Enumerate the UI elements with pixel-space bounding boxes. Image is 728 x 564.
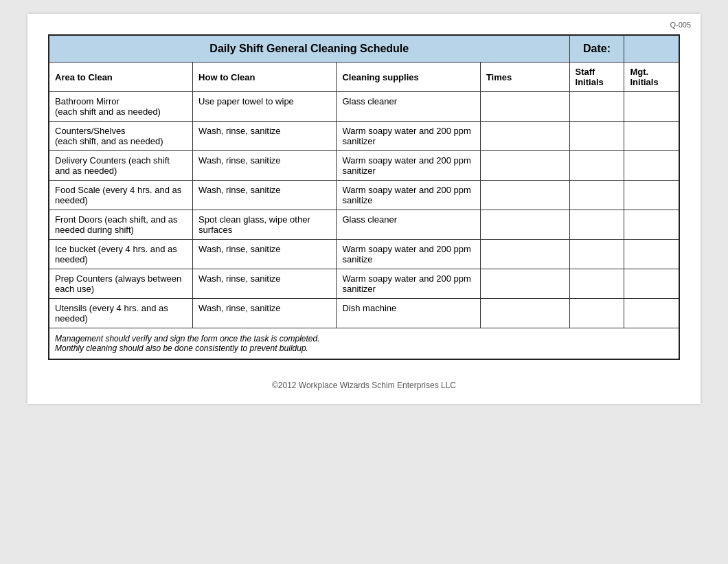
cell-mgt <box>624 92 679 122</box>
cell-area: Ice bucket (every 4 hrs. and as needed) <box>49 240 193 269</box>
col-header-times: Times <box>480 63 569 92</box>
cleaning-schedule-table: Daily Shift General Cleaning Schedule Da… <box>48 34 680 360</box>
cell-times <box>480 299 569 328</box>
cell-area: Prep Counters (always between each use) <box>49 269 193 299</box>
table-title: Daily Shift General Cleaning Schedule <box>49 35 569 63</box>
cell-area: Bathroom Mirror(each shift and as needed… <box>49 92 193 122</box>
cell-supplies: Warm soapy water and 200 ppm sanitize <box>337 181 480 210</box>
cell-supplies: Warm soapy water and 200 ppm sanitizer <box>337 151 480 181</box>
cell-mgt <box>624 151 679 181</box>
table-body: Bathroom Mirror(each shift and as needed… <box>49 92 679 328</box>
cell-supplies: Glass cleaner <box>337 210 480 240</box>
cell-staff <box>569 151 624 181</box>
table-row: Bathroom Mirror(each shift and as needed… <box>49 92 679 122</box>
cell-staff <box>569 210 624 240</box>
cell-supplies: Warm soapy water and 200 ppm sanitizer <box>337 269 480 299</box>
cell-area: Counters/Shelves(each shift, and as need… <box>49 122 193 151</box>
cell-staff <box>569 92 624 122</box>
table-row: Food Scale (every 4 hrs. and as needed)W… <box>49 181 679 210</box>
cell-supplies: Dish machine <box>337 299 480 328</box>
cell-area: Front Doors (each shift, and as needed d… <box>49 210 193 240</box>
cell-supplies: Warm soapy water and 200 ppm sanitizer <box>337 122 480 151</box>
notes-row: Management should verify and sign the fo… <box>49 328 679 360</box>
table-row: Prep Counters (always between each use)W… <box>49 269 679 299</box>
date-label: Date: <box>569 35 624 63</box>
col-header-how: How to Clean <box>193 63 337 92</box>
footer: ©2012 Workplace Wizards Schim Enterprise… <box>48 381 680 390</box>
cell-area: Delivery Counters (each shift and as nee… <box>49 151 193 181</box>
cell-area: Utensils (every 4 hrs. and as needed) <box>49 299 193 328</box>
cell-how: Wash, rinse, sanitize <box>193 269 337 299</box>
cell-mgt <box>624 181 679 210</box>
cell-supplies: Glass cleaner <box>337 92 480 122</box>
cell-how: Spot clean glass, wipe other surfaces <box>193 210 337 240</box>
date-value <box>624 35 679 63</box>
cell-how: Wash, rinse, sanitize <box>193 151 337 181</box>
document-id: Q-005 <box>670 21 691 29</box>
cell-times <box>480 92 569 122</box>
cell-mgt <box>624 122 679 151</box>
cell-how: Wash, rinse, sanitize <box>193 181 337 210</box>
table-row: Front Doors (each shift, and as needed d… <box>49 210 679 240</box>
notes-cell: Management should verify and sign the fo… <box>49 328 679 360</box>
cell-times <box>480 210 569 240</box>
note-line-1: Management should verify and sign the fo… <box>55 334 673 343</box>
header-row: Area to Clean How to Clean Cleaning supp… <box>49 63 679 92</box>
table-row: Delivery Counters (each shift and as nee… <box>49 151 679 181</box>
table-row: Utensils (every 4 hrs. and as needed)Was… <box>49 299 679 328</box>
cell-mgt <box>624 269 679 299</box>
cell-mgt <box>624 299 679 328</box>
cell-supplies: Warm soapy water and 200 ppm sanitize <box>337 240 480 269</box>
col-header-area: Area to Clean <box>49 63 193 92</box>
cell-mgt <box>624 240 679 269</box>
cell-staff <box>569 122 624 151</box>
cell-times <box>480 240 569 269</box>
cell-staff <box>569 269 624 299</box>
cell-how: Wash, rinse, sanitize <box>193 240 337 269</box>
title-row: Daily Shift General Cleaning Schedule Da… <box>49 35 679 63</box>
cell-times <box>480 151 569 181</box>
cell-area: Food Scale (every 4 hrs. and as needed) <box>49 181 193 210</box>
col-header-supplies: Cleaning supplies <box>337 63 480 92</box>
col-header-staff: Staff Initials <box>569 63 624 92</box>
cell-staff <box>569 299 624 328</box>
cell-how: Wash, rinse, sanitize <box>193 122 337 151</box>
cell-times <box>480 269 569 299</box>
table-row: Ice bucket (every 4 hrs. and as needed)W… <box>49 240 679 269</box>
cell-how: Wash, rinse, sanitize <box>193 299 337 328</box>
col-header-mgt: Mgt. Initials <box>624 63 679 92</box>
cell-mgt <box>624 210 679 240</box>
table-row: Counters/Shelves(each shift, and as need… <box>49 122 679 151</box>
document-page: Q-005 Daily Shift General Cleaning Sched… <box>27 14 701 404</box>
cell-times <box>480 122 569 151</box>
cell-staff <box>569 181 624 210</box>
note-line-2: Monthly cleaning should also be done con… <box>55 343 673 353</box>
cell-times <box>480 181 569 210</box>
cell-how: Use paper towel to wipe <box>193 92 337 122</box>
cell-staff <box>569 240 624 269</box>
